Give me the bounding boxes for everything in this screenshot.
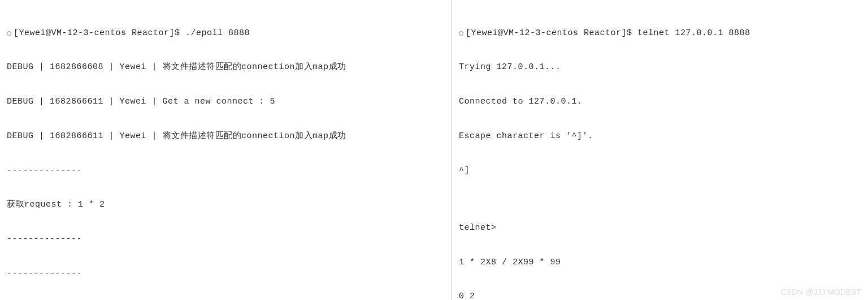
output-line: ^] [459,165,861,177]
collapse-icon[interactable] [7,31,11,36]
shell-command: ./epoll 8888 [185,28,250,39]
shell-prompt: [Yewei@VM-12-3-centos Reactor]$ [14,28,185,39]
output-line: Escape character is '^]'. [459,131,861,142]
terminal-right-pane[interactable]: [Yewei@VM-12-3-centos Reactor]$ telnet 1… [452,0,868,300]
prompt-line-right: [Yewei@VM-12-3-centos Reactor]$ telnet 1… [459,28,861,39]
output-line: -------------- [7,234,445,245]
shell-command: telnet 127.0.0.1 8888 [637,28,750,39]
watermark-text: CSDN @JJJ MODEST [780,288,861,297]
output-line: -------------- [7,268,445,280]
output-line: 1 * 2X8 / 2X99 * 99 [459,257,861,268]
output-line: telnet> [459,222,861,234]
terminal-left-pane[interactable]: [Yewei@VM-12-3-centos Reactor]$ ./epoll … [0,0,452,300]
output-line: Trying 127.0.0.1... [459,62,861,73]
output-line: -------------- [7,165,445,177]
collapse-icon[interactable] [459,31,463,36]
shell-prompt: [Yewei@VM-12-3-centos Reactor]$ [466,28,637,39]
output-line: DEBUG | 1682866611 | Yewei | 将文件描述符匹配的co… [7,131,445,142]
output-line: DEBUG | 1682866608 | Yewei | 将文件描述符匹配的co… [7,62,445,73]
prompt-line-left: [Yewei@VM-12-3-centos Reactor]$ ./epoll … [7,28,445,39]
output-line: DEBUG | 1682866611 | Yewei | Get a new c… [7,96,445,108]
output-line: Connected to 127.0.0.1. [459,96,861,108]
output-line: 获取request : 1 * 2 [7,199,445,211]
